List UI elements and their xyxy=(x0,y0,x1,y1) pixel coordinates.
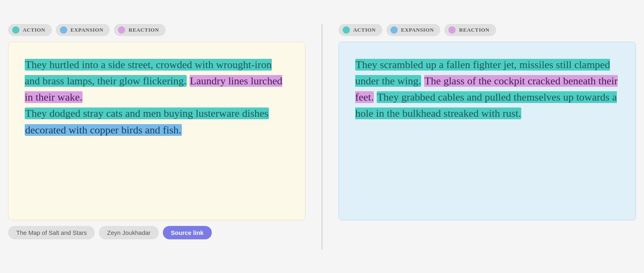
reaction-label: REACTION xyxy=(128,27,159,33)
right-footer-spacer xyxy=(339,226,636,249)
left-legend-action: ACTION xyxy=(8,24,52,36)
author-name: Zeyn Joukhadar xyxy=(107,229,151,236)
left-legend-expansion: EXPANSION xyxy=(56,24,110,36)
right-legend-action: ACTION xyxy=(339,24,382,36)
right-legend: ACTION EXPANSION REACTION xyxy=(339,24,636,36)
right-panel: ACTION EXPANSION REACTION They scrambled… xyxy=(339,24,636,249)
book-title-pill[interactable]: The Map of Salt and Stars xyxy=(8,226,95,239)
expansion-label: EXPANSION xyxy=(70,27,103,33)
right-action-label: ACTION xyxy=(353,27,376,33)
left-footer: The Map of Salt and Stars Zeyn Joukhadar… xyxy=(8,226,305,239)
author-pill[interactable]: Zeyn Joukhadar xyxy=(99,226,159,239)
left-text-action-2: They dodged stray cats and men buying lu… xyxy=(25,107,269,119)
book-title: The Map of Salt and Stars xyxy=(16,229,87,236)
panel-divider xyxy=(322,24,322,249)
source-link-pill[interactable]: Source link xyxy=(163,226,212,239)
right-reaction-label: REACTION xyxy=(459,27,489,33)
reaction-dot xyxy=(118,26,125,34)
right-expansion-label: EXPANSION xyxy=(401,27,434,33)
main-container: ACTION EXPANSION REACTION They hurtled i… xyxy=(8,24,636,249)
right-text-action-2: They grabbed cables and pulled themselve… xyxy=(355,91,617,119)
action-label: ACTION xyxy=(23,27,45,33)
right-expansion-dot xyxy=(390,26,398,34)
right-action-dot xyxy=(343,26,350,34)
left-text-box: They hurtled into a side street, crowded… xyxy=(8,42,305,220)
action-dot xyxy=(12,26,19,34)
left-panel: ACTION EXPANSION REACTION They hurtled i… xyxy=(8,24,305,239)
right-reaction-dot xyxy=(448,26,456,34)
left-legend-reaction: REACTION xyxy=(114,24,165,36)
left-text-expansion-1: decorated with copper birds and fish. xyxy=(25,124,182,136)
expansion-dot xyxy=(60,26,67,34)
right-legend-reaction: REACTION xyxy=(444,24,496,36)
source-link-label: Source link xyxy=(171,229,204,236)
left-legend: ACTION EXPANSION REACTION xyxy=(8,24,305,36)
right-legend-expansion: EXPANSION xyxy=(386,24,440,36)
right-text-box: They scrambled up a fallen fighter jet, … xyxy=(339,42,636,220)
